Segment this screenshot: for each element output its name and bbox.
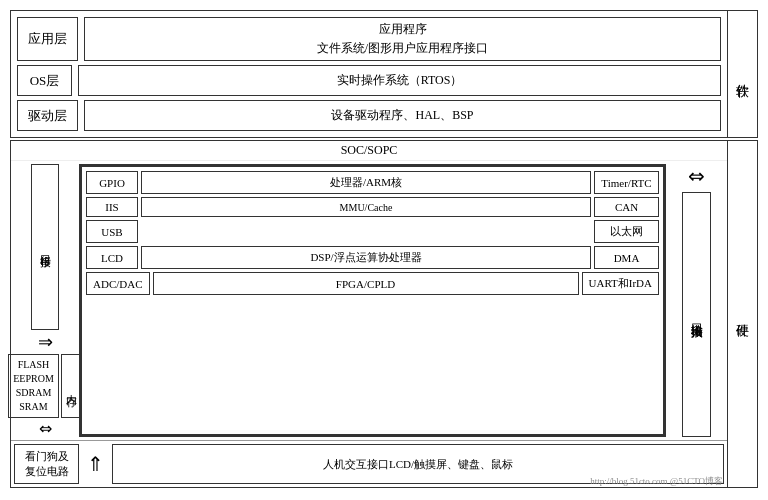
driver-layer-label: 驱动层 xyxy=(17,100,78,131)
app-layer-content: 应用程序 文件系统/图形用户应用程序接口 xyxy=(84,17,721,61)
chip-dsp: DSP/浮点运算协处理器 xyxy=(141,246,591,269)
arrow-right-serial: ⇒ xyxy=(38,333,53,351)
software-section: 应用层 应用程序 文件系统/图形用户应用程序接口 OS层 实时操作系统（RTOS… xyxy=(10,10,758,138)
app-content-line1: 应用程序 xyxy=(379,21,427,38)
hardware-right-label: 硬件 xyxy=(728,140,758,488)
chip-ethernet: 以太网 xyxy=(594,220,659,243)
watermark: http://blog.51cto.com @51CTO博客 xyxy=(590,475,723,488)
chip-row-3: USB 以太网 xyxy=(86,220,659,243)
soc-chip: GPIO 处理器/ARM核 Timer/RTC IIS MMU/Cache CA… xyxy=(79,164,666,437)
chip-dma: DMA xyxy=(594,246,659,269)
chip-row-2: IIS MMU/Cache CAN xyxy=(86,197,659,217)
chip-uart: UART和IrDA xyxy=(582,272,660,295)
os-layer-content: 实时操作系统（RTOS） xyxy=(78,65,721,96)
chip-iis: IIS xyxy=(86,197,138,217)
chip-can: CAN xyxy=(594,197,659,217)
app-layer-label: 应用层 xyxy=(17,17,78,61)
diagram-container: 应用层 应用程序 文件系统/图形用户应用程序接口 OS层 实时操作系统（RTOS… xyxy=(0,0,768,500)
chip-row-1: GPIO 处理器/ARM核 Timer/RTC xyxy=(86,171,659,194)
memory-group: FLASH EEPROM SDRAM SRAM 内 存 xyxy=(8,354,82,418)
chip-spacer xyxy=(141,220,591,243)
chip-gpio: GPIO xyxy=(86,171,138,194)
arrow-both-memory: ⇔ xyxy=(39,421,52,437)
arrow-both-io: ⇔ xyxy=(688,164,705,188)
app-content-line2: 文件系统/图形用户应用程序接口 xyxy=(317,40,488,57)
chip-row-5: ADC/DAC FPGA/CPLD UART和IrDA xyxy=(86,272,659,295)
chip-usb: USB xyxy=(86,220,138,243)
io-interface-box: 输入输出接口 xyxy=(682,192,711,437)
eeprom: EEPROM xyxy=(13,372,54,386)
chip-row-4: LCD DSP/浮点运算协处理器 DMA xyxy=(86,246,659,269)
chip-fpga: FPGA/CPLD xyxy=(153,272,579,295)
memory-items: FLASH EEPROM SDRAM SRAM xyxy=(8,354,59,418)
chip-processor: 处理器/ARM核 xyxy=(141,171,591,194)
sdram: SDRAM xyxy=(16,386,52,400)
arrow-up: ⇑ xyxy=(83,444,108,484)
soc-label: SOC/SOPC xyxy=(11,141,727,161)
os-layer-label: OS层 xyxy=(17,65,72,96)
sram: SRAM xyxy=(19,400,47,414)
app-layer-row: 应用层 应用程序 文件系统/图形用户应用程序接口 xyxy=(17,17,721,61)
os-layer-row: OS层 实时操作系统（RTOS） xyxy=(17,65,721,96)
chip-timer-rtc: Timer/RTC xyxy=(594,171,659,194)
driver-layer-row: 驱动层 设备驱动程序、HAL、BSP xyxy=(17,100,721,131)
hardware-section: SOC/SOPC 串行接口 ⇒ FLASH xyxy=(10,140,758,488)
chip-adc-dac: ADC/DAC xyxy=(86,272,150,295)
software-right-label: 软件 xyxy=(728,10,758,138)
chip-mmu: MMU/Cache xyxy=(141,197,591,217)
serial-interface-box: 串行接口 xyxy=(31,164,59,330)
hw-right-col: ⇔ 输入输出接口 xyxy=(669,164,724,437)
flash: FLASH xyxy=(18,358,50,372)
driver-layer-content: 设备驱动程序、HAL、BSP xyxy=(84,100,721,131)
chip-lcd: LCD xyxy=(86,246,138,269)
watchdog-box: 看门狗及 复位电路 xyxy=(14,444,79,484)
hw-left-col: 串行接口 ⇒ FLASH EEPROM SDRAM SRAM 内 存 xyxy=(14,164,76,437)
